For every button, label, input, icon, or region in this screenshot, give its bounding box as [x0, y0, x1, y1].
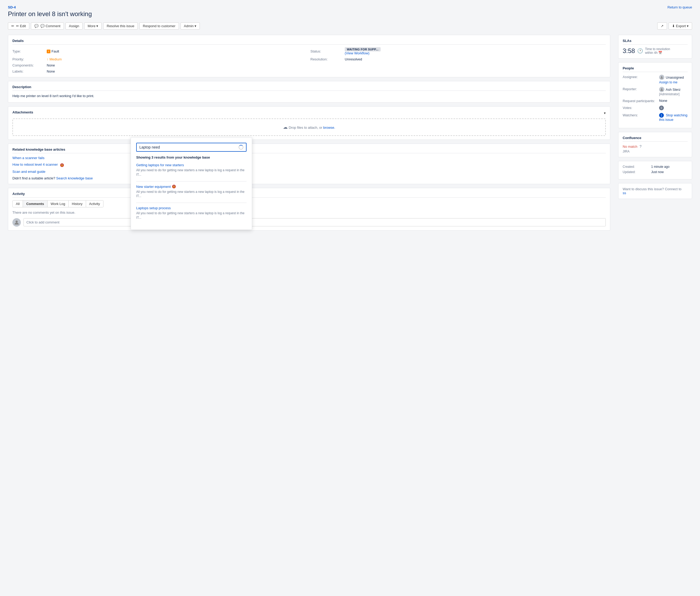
issue-id: SD-4	[8, 5, 692, 9]
kb-result-3: Laptops setup process All you need to do…	[136, 206, 247, 220]
view-workflow-link[interactable]: (View Workflow)	[345, 51, 369, 55]
activity-tabs: All Comments Work Log History Activity	[12, 200, 103, 207]
votes-label: Votes:	[623, 106, 657, 110]
activity-section: Activity All Comments Work Log History A…	[8, 188, 610, 231]
return-to-queue-link[interactable]: Return to queue	[668, 5, 692, 9]
drop-zone[interactable]: ☁ Drop files to attach, or browse.	[12, 119, 606, 136]
kb-result-2: New starter equipment 🔒 All you need to …	[136, 185, 247, 199]
resolution-label: Resolution:	[310, 57, 342, 61]
type-label: Type:	[12, 49, 44, 53]
attachments-toggle-icon: ▾	[604, 111, 606, 115]
kb-search-link[interactable]: Search knowledge base	[56, 176, 93, 180]
comment-input[interactable]: Click to add comment	[24, 218, 606, 226]
kb-search-prompt: Didn't find a suitable article? Search k…	[12, 176, 606, 180]
assign-button[interactable]: Assign	[66, 22, 83, 30]
connect-text: Want to discuss this issue? Connect to	[623, 187, 688, 191]
browse-link[interactable]: browse.	[323, 126, 335, 130]
sla-description: Time to resolution within 4h 📅	[645, 47, 670, 55]
kb-result-3-snippet: All you need to do for getting new start…	[136, 211, 247, 220]
more-button[interactable]: More ▾	[84, 22, 102, 30]
reporter-avatar	[659, 87, 665, 92]
people-section: People Assignee: Unassigned Assign to me	[618, 62, 692, 128]
components-label: Component/s:	[12, 63, 44, 67]
toolbar: ✏ ✏ Edit 💬 💬 Comment Assign More ▾ Resol…	[8, 22, 692, 30]
upload-icon: ☁	[283, 125, 288, 130]
no-match-text: No match	[623, 145, 638, 149]
search-spinner	[239, 145, 243, 150]
description-text: Help me printer on level 8 isn't working…	[12, 94, 606, 99]
respond-button[interactable]: Respond to customer	[140, 22, 179, 30]
jira-label: JIRA	[623, 150, 688, 153]
kb-result-1: Getting laptops for new starters All you…	[136, 163, 247, 177]
more-section: Want to discuss this issue? Connect to s…	[618, 183, 692, 199]
details-section: Details Type: ! Fault Status: WAITING FO…	[8, 35, 610, 77]
votes-badge: 0	[659, 106, 664, 110]
participants-label: Request participants:	[623, 99, 657, 103]
confluence-header: Confluence	[623, 136, 688, 142]
svg-point-0	[16, 221, 18, 223]
kb-results-heading: Showing 3 results from your knowledge ba…	[136, 155, 247, 159]
edit-icon: ✏	[11, 24, 14, 28]
updated-label: Updated:	[623, 170, 649, 174]
kb-search-input-row	[136, 143, 247, 152]
assign-me-link[interactable]: Assign to me	[659, 80, 684, 84]
assignee-value: Unassigned	[666, 75, 684, 79]
kb-article-1[interactable]: When a scanner fails	[12, 156, 606, 160]
no-comments-text: There are no comments yet on this issue.	[12, 210, 606, 214]
fault-icon: !	[47, 50, 50, 53]
activity-header: Activity	[12, 192, 606, 198]
slas-section: SLAs 3:58 🕐 Time to resolution within 4h…	[618, 35, 692, 58]
components-value: None	[47, 63, 308, 67]
labels-value: None	[47, 69, 308, 73]
ss-link[interactable]: ss	[623, 191, 626, 195]
comment-input-row: Click to add comment	[12, 218, 606, 227]
tab-worklog[interactable]: Work Log	[48, 201, 69, 207]
participants-row: Request participants: None	[623, 99, 688, 103]
attachments-header[interactable]: Attachments ▾	[12, 110, 606, 116]
tab-all[interactable]: All	[13, 201, 23, 207]
svg-point-1	[661, 76, 662, 78]
participants-value: None	[659, 99, 688, 103]
assignee-row: Assignee: Unassigned Assign to me	[623, 75, 688, 84]
details-header: Details	[12, 39, 606, 45]
kb-result-1-title[interactable]: Getting laptops for new starters	[136, 163, 247, 167]
kb-result-2-snippet: All you need to do for getting new start…	[136, 190, 247, 199]
edit-button[interactable]: ✏ ✏ Edit	[8, 22, 29, 30]
export-button[interactable]: ⬇ Export ▾	[669, 22, 692, 30]
sla-time: 3:58	[623, 47, 635, 55]
resolution-value: Unresolved	[345, 57, 606, 61]
lock-icon-1: 🔒	[60, 163, 64, 167]
sla-item: 3:58 🕐 Time to resolution within 4h 📅	[623, 47, 688, 55]
watchers-label: Watchers:	[623, 113, 657, 117]
kb-result-2-title[interactable]: New starter equipment 🔒	[136, 185, 247, 189]
reporter-role: [Administrator]	[659, 92, 680, 96]
sla-clock-icon: 🕐	[637, 48, 643, 54]
type-value: ! Fault	[47, 49, 308, 54]
people-header: People	[623, 66, 688, 72]
resolve-button[interactable]: Resolve this issue	[103, 22, 138, 30]
updated-value: Just now	[651, 170, 664, 174]
kb-article-2-title: How to reboot level 4 scanner	[12, 162, 58, 166]
tab-history[interactable]: History	[69, 201, 86, 207]
slas-header: SLAs	[623, 39, 688, 45]
kb-article-2[interactable]: How to reboot level 4 scanner 🔒	[12, 162, 606, 167]
confluence-section: Confluence No match ? JIRA	[618, 132, 692, 157]
tab-activity[interactable]: Activity	[86, 201, 103, 207]
watchers-badge: 1	[659, 113, 664, 118]
kb-article-3[interactable]: Scan and email guide	[12, 170, 606, 174]
watchers-row: Watchers: 1 Stop watching this issue	[623, 113, 688, 122]
labels-label: Labels:	[12, 69, 44, 73]
assignee-avatar	[659, 75, 665, 80]
share-button[interactable]: ↗	[657, 22, 667, 30]
description-header: Description	[12, 85, 606, 91]
created-label: Created:	[623, 165, 649, 169]
reporter-row: Reporter: Ash Sterz [Administrator]	[623, 87, 688, 96]
admin-button[interactable]: Admin ▾	[180, 22, 200, 30]
kb-search-input[interactable]	[140, 145, 239, 149]
tab-comments[interactable]: Comments	[23, 201, 47, 207]
svg-point-2	[661, 88, 662, 90]
reporter-label: Reporter:	[623, 87, 657, 91]
kb-result-3-title[interactable]: Laptops setup process	[136, 206, 247, 210]
comment-button[interactable]: 💬 💬 Comment	[31, 22, 64, 30]
kb-search-popup: Showing 3 results from your knowledge ba…	[131, 137, 252, 230]
